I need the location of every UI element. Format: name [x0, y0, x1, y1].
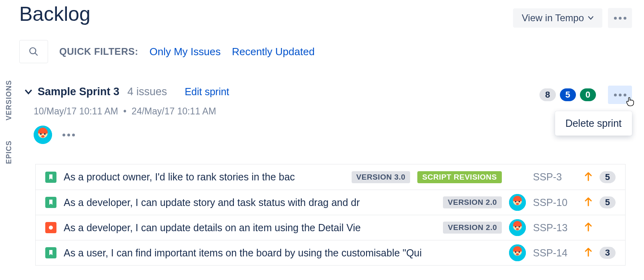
issue-key[interactable]: SSP-3 [533, 171, 577, 183]
svg-point-0 [30, 48, 36, 54]
avatar[interactable] [34, 126, 52, 144]
version-lozenge: VERSION 3.0 [352, 171, 411, 183]
issue-summary: As a user, I can find important items on… [64, 247, 502, 259]
tab-epics[interactable]: EPICS [5, 140, 13, 164]
epic-lozenge: SCRIPT REVISIONS [417, 171, 501, 183]
issue-summary: As a developer, I can update story and t… [64, 197, 436, 208]
svg-point-12 [49, 226, 53, 230]
estimate-badge: 3 [600, 247, 616, 259]
priority-high-icon [584, 247, 592, 258]
issue-row[interactable]: As a product owner, I'd like to rank sto… [36, 164, 625, 190]
sprint-dates: 10/May/17 10:11 AM • 24/May/17 10:11 AM [34, 106, 632, 117]
issue-summary: As a product owner, I'd like to rank sto… [64, 171, 344, 183]
svg-point-5 [44, 133, 46, 135]
sprint-count-done: 0 [580, 88, 596, 101]
svg-point-11 [516, 203, 519, 205]
sprint-count-inprogress: 5 [560, 88, 576, 101]
assignee-avatar[interactable] [509, 244, 526, 261]
version-lozenge: VERSION 2.0 [443, 222, 502, 234]
priority-high-icon [584, 222, 592, 233]
svg-point-15 [515, 226, 517, 228]
assignee-more-button[interactable] [62, 134, 75, 136]
more-icon [614, 17, 626, 20]
caret-down-icon [588, 16, 594, 20]
estimate-badge: 5 [600, 196, 616, 208]
story-icon [45, 172, 56, 183]
svg-point-6 [41, 135, 44, 138]
assignee-avatar[interactable] [509, 219, 526, 236]
svg-point-20 [515, 251, 516, 253]
svg-point-16 [519, 226, 520, 228]
sprint-issue-count: 4 issues [127, 86, 167, 98]
priority-high-icon [584, 197, 592, 208]
assignee-avatar[interactable] [509, 194, 526, 211]
filter-only-my-issues[interactable]: Only My Issues [149, 46, 221, 58]
svg-point-10 [518, 201, 520, 202]
svg-point-21 [518, 251, 520, 253]
svg-point-17 [516, 228, 519, 230]
page-more-button[interactable] [608, 8, 632, 28]
svg-line-1 [35, 53, 38, 56]
issue-key[interactable]: SSP-10 [533, 197, 577, 208]
svg-point-9 [515, 201, 516, 202]
issue-row[interactable]: As a user, I can find important items on… [36, 240, 625, 265]
issue-key[interactable]: SSP-14 [533, 247, 577, 259]
issue-key[interactable]: SSP-13 [533, 222, 577, 234]
view-in-tempo-button[interactable]: View in Tempo [513, 8, 602, 28]
edit-sprint-link[interactable]: Edit sprint [185, 86, 229, 98]
issue-row[interactable]: As a developer, I can update details on … [36, 215, 625, 240]
search-button[interactable] [19, 40, 48, 63]
view-in-tempo-label: View in Tempo [522, 12, 584, 24]
sprint-name: Sample Sprint 3 [38, 86, 119, 98]
issue-row[interactable]: As a developer, I can update story and t… [36, 190, 625, 215]
filter-recently-updated[interactable]: Recently Updated [232, 46, 315, 58]
sprint-count-todo: 8 [539, 88, 555, 101]
sprint-menu-popup: Delete sprint [555, 111, 632, 136]
issue-summary: As a developer, I can update details on … [64, 222, 436, 234]
story-icon [45, 247, 56, 258]
page-title: Backlog [19, 2, 91, 26]
more-icon [614, 94, 626, 96]
sprint-more-button[interactable] [608, 86, 632, 104]
quick-filters-label: QUICK FILTERS: [59, 46, 138, 57]
chevron-down-icon[interactable] [25, 88, 32, 96]
story-icon [45, 197, 56, 208]
priority-high-icon [584, 172, 592, 183]
version-lozenge: VERSION 2.0 [443, 196, 502, 208]
issue-list: As a product owner, I'd like to rank sto… [35, 164, 626, 266]
estimate-badge: 5 [600, 171, 616, 183]
search-icon [28, 46, 39, 57]
bug-icon [45, 222, 56, 233]
svg-point-4 [40, 133, 42, 135]
svg-point-22 [516, 253, 519, 255]
menu-item-delete-sprint[interactable]: Delete sprint [566, 118, 622, 129]
tab-versions[interactable]: VERSIONS [5, 80, 13, 120]
